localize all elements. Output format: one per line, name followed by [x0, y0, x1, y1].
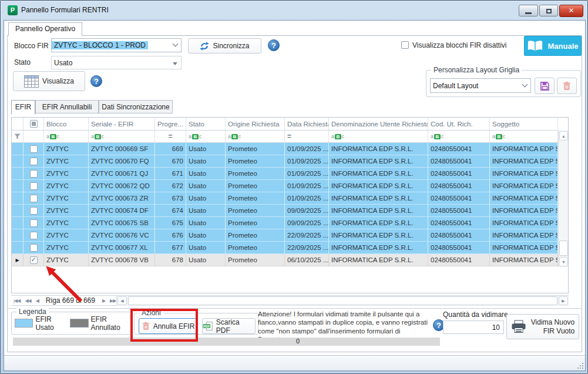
- column-header[interactable]: Data Richiesta: [285, 118, 329, 131]
- tab-pannello-operativo[interactable]: Pannello Operativo: [8, 22, 82, 36]
- chevron-down-icon[interactable]: [169, 41, 181, 49]
- row-checkbox[interactable]: [30, 182, 38, 190]
- hscroll-thumb[interactable]: [128, 296, 557, 305]
- cell-origine: Prometeo: [226, 229, 285, 242]
- table-row[interactable]: ZVTYC ZVTYC 000669 SF 669 Usato Prometeo…: [12, 143, 559, 155]
- filter-cell[interactable]: aBc: [490, 131, 558, 143]
- quantita-input[interactable]: [443, 320, 504, 334]
- table-row[interactable]: ZVTYC ZVTYC 000670 FQ 670 Usato Prometeo…: [12, 155, 559, 168]
- row-checkbox-cell[interactable]: [23, 143, 44, 155]
- column-header[interactable]: Cod. Ut. Rich.: [428, 118, 490, 131]
- filter-cell[interactable]: aBc: [44, 131, 89, 143]
- column-header[interactable]: Progre...: [155, 118, 186, 131]
- row-indicator-cell: ▶: [12, 254, 23, 266]
- table-row[interactable]: ZVTYC ZVTYC 000672 QD 672 Usato Prometeo…: [12, 180, 559, 192]
- filter-cell[interactable]: =: [285, 131, 329, 143]
- select-all-checkbox[interactable]: [30, 120, 38, 128]
- row-checkbox-cell[interactable]: [23, 205, 44, 217]
- row-checkbox[interactable]: [30, 256, 38, 264]
- manuale-button[interactable]: Manuale: [524, 36, 582, 56]
- row-checkbox-cell[interactable]: [23, 242, 44, 254]
- row-checkbox-cell[interactable]: [23, 192, 44, 205]
- table-row[interactable]: ZVTYC ZVTYC 000676 VC 676 Usato Prometeo…: [12, 229, 559, 242]
- filter-cell[interactable]: =: [155, 131, 186, 143]
- filter-cell[interactable]: aBc: [226, 131, 285, 143]
- filter-cell[interactable]: aBc: [89, 131, 155, 143]
- resize-grip-icon[interactable]: [577, 363, 583, 369]
- filter-cell[interactable]: [23, 131, 44, 143]
- blocco-fir-combobox[interactable]: ZVTYC - BLOCCO 1 - PROD: [51, 38, 182, 52]
- table-row[interactable]: ZVTYC ZVTYC 000675 SB 675 Usato Prometeo…: [12, 217, 559, 229]
- cell-progressivo: 676: [155, 229, 186, 242]
- minimize-button[interactable]: [519, 5, 538, 16]
- column-header[interactable]: Denominazione Utente Richiesta: [329, 118, 428, 131]
- select-all-cell[interactable]: [23, 118, 44, 131]
- row-checkbox[interactable]: [30, 219, 38, 227]
- row-checkbox-cell[interactable]: [23, 180, 44, 192]
- table-row[interactable]: ▶ ZVTYC ZVTYC 000678 VB 678 Usato Promet…: [12, 254, 559, 266]
- cell-cod-ut-rich: 02480550041: [428, 205, 490, 217]
- scarica-pdf-button[interactable]: PDF Scarica PDF: [202, 318, 256, 334]
- row-checkbox-cell[interactable]: [23, 168, 44, 180]
- table-row[interactable]: ZVTYC ZVTYC 000671 QJ 671 Usato Prometeo…: [12, 168, 559, 180]
- column-header[interactable]: Stato: [186, 118, 226, 131]
- scroll-down-icon[interactable]: ▼: [559, 257, 568, 266]
- row-checkbox[interactable]: [30, 170, 38, 178]
- disattivi-checkbox[interactable]: [401, 41, 409, 49]
- row-checkbox[interactable]: [30, 244, 38, 252]
- delete-layout-button[interactable]: [557, 78, 577, 94]
- row-checkbox[interactable]: [30, 232, 38, 239]
- vertical-scrollbar[interactable]: ▲ ▼: [558, 131, 568, 267]
- row-checkbox[interactable]: [30, 207, 38, 215]
- first-page-icon[interactable]: |◀◀: [11, 298, 22, 303]
- scroll-left-icon[interactable]: ◀: [117, 296, 127, 305]
- cell-cod-ut-rich: 02480550041: [428, 229, 490, 242]
- visualizza-button[interactable]: Visualizza: [13, 71, 85, 91]
- sincronizza-button[interactable]: Sincronizza: [188, 38, 261, 54]
- table-row[interactable]: ZVTYC ZVTYC 000677 XL 677 Usato Prometeo…: [12, 242, 559, 254]
- dropdown-arrow-icon[interactable]: [169, 59, 181, 67]
- row-checkbox[interactable]: [30, 158, 38, 165]
- scroll-right-icon[interactable]: ▶: [559, 296, 568, 305]
- filter-cell[interactable]: aBc: [329, 131, 428, 143]
- filter-cell[interactable]: aBc: [428, 131, 490, 143]
- row-checkbox[interactable]: [30, 145, 38, 153]
- next-page-icon[interactable]: ▶: [100, 298, 107, 303]
- tab-dati-sincronizzazione[interactable]: Dati Sincronizzazione: [99, 100, 173, 113]
- row-checkbox[interactable]: [30, 195, 38, 202]
- maximize-button[interactable]: [539, 5, 558, 16]
- abc-filter-icon: aBc: [46, 133, 59, 139]
- vidima-nuovo-fir-button[interactable]: Vidima Nuovo FIR Vuoto: [506, 314, 579, 339]
- column-header[interactable]: Soggetto: [490, 118, 558, 131]
- row-checkbox-cell[interactable]: [23, 254, 44, 266]
- save-layout-button[interactable]: [535, 78, 555, 94]
- annulla-efir-button[interactable]: Annulla EFIR: [139, 318, 198, 334]
- prev-fast-icon[interactable]: ◀◀: [22, 298, 33, 303]
- help-icon[interactable]: ?: [268, 39, 280, 51]
- table-row[interactable]: ZVTYC ZVTYC 000674 DF 674 Usato Prometeo…: [12, 205, 559, 217]
- cell-blocco: ZVTYC: [44, 242, 89, 254]
- filter-funnel-cell[interactable]: [12, 131, 23, 143]
- row-checkbox-cell[interactable]: [23, 155, 44, 168]
- tab-efir-annullabili[interactable]: EFIR Annullabili: [35, 100, 99, 113]
- row-checkbox-cell[interactable]: [23, 229, 44, 242]
- refresh-icon: [200, 42, 209, 51]
- layout-combobox[interactable]: Default Layout: [430, 78, 531, 93]
- horizontal-scrollbar[interactable]: ◀ ▶: [116, 296, 569, 306]
- stato-combobox[interactable]: Usato: [51, 56, 182, 69]
- row-checkbox-cell[interactable]: [23, 217, 44, 229]
- filter-cell[interactable]: aBc: [186, 131, 226, 143]
- scroll-up-icon[interactable]: ▲: [559, 131, 568, 141]
- column-header[interactable]: Blocco: [44, 118, 89, 131]
- chevron-down-icon[interactable]: [519, 82, 530, 90]
- tab-efir[interactable]: EFIR: [11, 100, 35, 115]
- cell-seriale: ZVTYC 000670 FQ: [89, 155, 155, 168]
- column-header[interactable]: Seriale - EFIR: [89, 118, 155, 131]
- table-row[interactable]: ZVTYC ZVTYC 000673 ZR 673 Usato Prometeo…: [12, 192, 559, 205]
- prev-page-icon[interactable]: ◀: [33, 298, 41, 303]
- help-icon[interactable]: ?: [90, 75, 102, 87]
- column-header[interactable]: Origine Richiesta: [226, 118, 285, 131]
- vscroll-thumb[interactable]: [559, 241, 568, 256]
- close-button[interactable]: ✕: [559, 5, 583, 17]
- cell-seriale: ZVTYC 000674 DF: [89, 205, 155, 217]
